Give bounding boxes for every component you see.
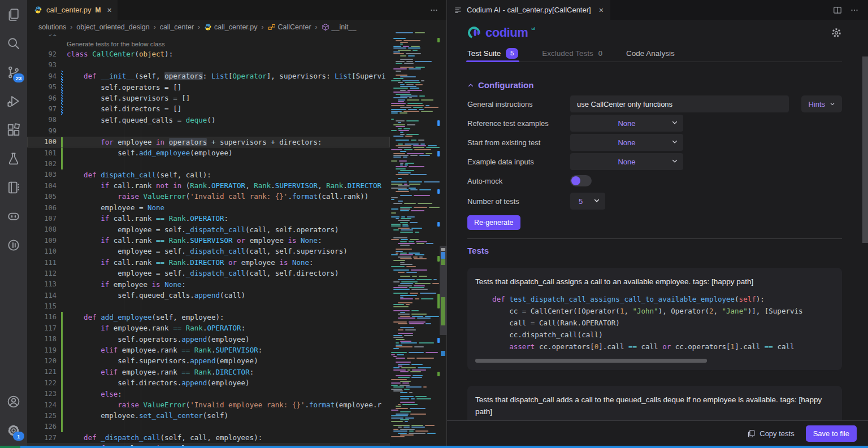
- gutter: [61, 246, 63, 256]
- tab-test-suite[interactable]: Test Suite 5: [467, 45, 518, 62]
- code-line-111[interactable]: 111 if call.rank == Rank.DIRECTOR or emp…: [27, 257, 390, 268]
- code-line-103[interactable]: 103 def dispatch_call(self, call):: [27, 169, 390, 180]
- code-line-120[interactable]: 120 self.supervisors.append(employee): [27, 355, 390, 366]
- test-card-2[interactable]: Tests that dispatch_call adds a call to …: [467, 386, 842, 423]
- overview-ruler[interactable]: [440, 20, 446, 448]
- example-data-inputs-select[interactable]: None: [570, 153, 683, 170]
- breadcrumb-item-object_oriented_design[interactable]: object_oriented_design: [76, 23, 149, 31]
- code-line-102[interactable]: 102: [27, 158, 390, 169]
- code-editor[interactable]: 91Generate tests for the below class92cl…: [27, 28, 390, 448]
- codium-logo-sup: ui: [531, 26, 535, 31]
- activity-account-icon[interactable]: [0, 387, 27, 416]
- code-line-104[interactable]: 104 if call.rank not in (Rank.OPERATOR, …: [27, 180, 390, 191]
- chevron-down-icon: [671, 138, 678, 145]
- breadcrumb-item-__init__[interactable]: __init__: [322, 23, 357, 31]
- code-line-92[interactable]: 92class CallCenter(object):: [27, 49, 390, 59]
- panel-tab-close-icon[interactable]: ×: [599, 6, 604, 15]
- activity-source-control-icon[interactable]: 23: [0, 58, 27, 86]
- line-number: 122: [27, 379, 57, 387]
- regenerate-button[interactable]: Re-generate: [467, 215, 520, 230]
- activity-run-debug-icon[interactable]: [0, 86, 27, 115]
- start-from-existing-test-select[interactable]: None: [570, 134, 683, 151]
- code-text: self.directors.append(employee): [67, 377, 250, 388]
- number-of-tests-select[interactable]: 5: [570, 193, 605, 210]
- codium-logo[interactable]: codium ui: [467, 25, 535, 40]
- code-line-115[interactable]: 115: [27, 301, 390, 311]
- editor-tab-call-center[interactable]: call_center.py M ×: [27, 0, 118, 20]
- breadcrumb-item-call_center[interactable]: call_center: [160, 23, 194, 31]
- tab-code-analysis[interactable]: Code Analysis: [626, 45, 675, 62]
- auto-mock-toggle[interactable]: [570, 175, 592, 186]
- gear-icon[interactable]: [831, 27, 842, 38]
- code-line-108[interactable]: 108 employee = self._dispatch_call(call,…: [27, 224, 390, 235]
- activity-codium-icon[interactable]: [0, 230, 27, 259]
- panel-scrollbar-thumb[interactable]: [862, 56, 868, 243]
- breadcrumb-item-CallCenter[interactable]: CallCenter: [268, 23, 311, 31]
- code-line-94[interactable]: 94 def __init__(self, operators: List[Op…: [27, 71, 390, 81]
- minimap[interactable]: [390, 32, 440, 448]
- badge: 23: [13, 73, 24, 82]
- breadcrumb-item-solutions[interactable]: solutions: [38, 23, 66, 31]
- code-line-124[interactable]: 124 raise ValueError('Invalid employee r…: [27, 399, 390, 410]
- general-instructions-input[interactable]: [570, 95, 789, 112]
- editor-tab-close-icon[interactable]: ×: [107, 6, 112, 15]
- code-text: employee = self._dispatch_call(call, sel…: [67, 246, 348, 256]
- code-line-93[interactable]: 93: [27, 60, 390, 71]
- code-line-125[interactable]: 125 employee.set_call_center(self): [27, 410, 390, 421]
- code-line-121[interactable]: 121 elif employee.rank == Rank.DIRECTOR:: [27, 367, 390, 377]
- breadcrumb-item-call_center.py[interactable]: call_center.py: [204, 23, 257, 31]
- split-editor-icon[interactable]: [833, 6, 842, 15]
- activity-copilot-icon[interactable]: [0, 202, 27, 230]
- activity-extensions-icon[interactable]: [0, 115, 27, 144]
- gutter: [61, 125, 63, 136]
- code-line-105[interactable]: 105 raise ValueError('Invalid call rank:…: [27, 191, 390, 202]
- code-line-122[interactable]: 122 self.directors.append(employee): [27, 377, 390, 388]
- activity-explorer-icon[interactable]: [0, 0, 27, 29]
- code-line-117[interactable]: 117 if employee.rank == Rank.OPERATOR:: [27, 323, 390, 333]
- code-line-114[interactable]: 114 self.queued_calls.append(call): [27, 290, 390, 301]
- example-data-inputs-label: Example data inputs: [467, 158, 570, 166]
- panel-more-actions[interactable]: [850, 6, 859, 15]
- code-line-118[interactable]: 118 self.operators.append(employee): [27, 334, 390, 345]
- indent-guide: [141, 71, 141, 448]
- code-line-109[interactable]: 109 if call.rank == Rank.SUPERVISOR or e…: [27, 235, 390, 246]
- code-line-106[interactable]: 106 employee = None: [27, 202, 390, 213]
- line-number: 121: [27, 368, 57, 376]
- code-line-107[interactable]: 107 if call.rank == Rank.OPERATOR:: [27, 213, 390, 224]
- configuration-section-header[interactable]: Configuration: [467, 80, 842, 90]
- activity-search-icon[interactable]: [0, 29, 27, 58]
- gutter: [61, 169, 63, 180]
- activity-settings-icon[interactable]: 1: [0, 416, 27, 445]
- line-number: 97: [27, 105, 57, 113]
- code-line-110[interactable]: 110 employee = self._dispatch_call(call,…: [27, 246, 390, 256]
- codelens-generate-tests[interactable]: Generate tests for the below class: [27, 38, 390, 49]
- code-line-100[interactable]: 100 for employee in operators + supervis…: [27, 137, 390, 147]
- code-line-101[interactable]: 101 self.add_employee(employee): [27, 147, 390, 158]
- panel-tab-codium-ai[interactable]: Codium AI - call_center.py[CallCenter] ×: [447, 0, 610, 20]
- code-line-113[interactable]: 113 if employee is None:: [27, 279, 390, 290]
- code-line-127[interactable]: 127 def _dispatch_call(self, call, emplo…: [27, 432, 390, 443]
- code-line-123[interactable]: 123 else:: [27, 389, 390, 399]
- code-line-95[interactable]: 95 self.operators = []: [27, 82, 390, 93]
- code-line-96[interactable]: 96 self.supervisors = []: [27, 93, 390, 103]
- panel-body: codium ui Test Suite 5 Excluded Tests 0 …: [447, 20, 868, 423]
- code-text: elif employee.rank == Rank.SUPERVISOR:: [67, 345, 262, 355]
- code-line-99[interactable]: 99: [27, 125, 390, 136]
- code-line-112[interactable]: 112 employee = self._dispatch_call(call,…: [27, 268, 390, 279]
- code-text: if call.rank not in (Rank.OPERATOR, Rank…: [67, 180, 381, 191]
- code-line-98[interactable]: 98 self.queued_calls = deque(): [27, 115, 390, 125]
- horizontal-scrollbar-thumb[interactable]: [475, 359, 707, 363]
- code-line-119[interactable]: 119 elif employee.rank == Rank.SUPERVISO…: [27, 345, 390, 355]
- tab-excluded-tests[interactable]: Excluded Tests 0: [542, 45, 602, 62]
- editor-more-actions[interactable]: [429, 0, 446, 20]
- code-line-97[interactable]: 97 self.directors = []: [27, 103, 390, 114]
- code-line-116[interactable]: 116 def add_employee(self, employee):: [27, 312, 390, 323]
- copy-tests-button[interactable]: Copy tests: [747, 429, 794, 438]
- hints-button[interactable]: Hints: [801, 95, 842, 112]
- reference-test-examples-select[interactable]: None: [570, 115, 683, 132]
- code-line-126[interactable]: 126: [27, 421, 390, 432]
- save-to-file-button[interactable]: Save to file: [806, 425, 857, 442]
- activity-testing-icon[interactable]: [0, 144, 27, 173]
- test-card-1[interactable]: Tests that dispatch_call assigns a call …: [467, 268, 842, 370]
- activity-notebook-icon[interactable]: [0, 173, 27, 202]
